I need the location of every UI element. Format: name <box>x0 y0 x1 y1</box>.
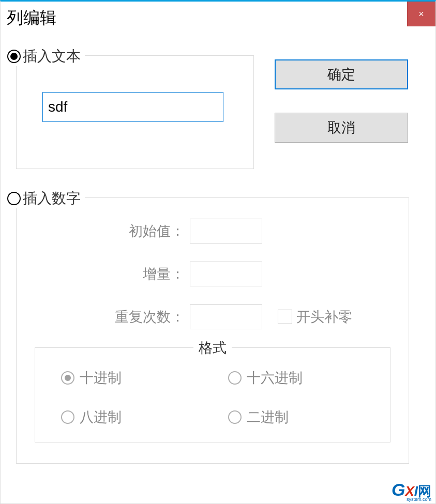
title-bar: 列编辑 × <box>1 2 435 35</box>
close-button[interactable]: × <box>407 2 435 26</box>
insert-text-group: 插入文本 <box>16 55 254 169</box>
pad-zero-label: 开头补零 <box>296 308 352 326</box>
format-hex-radio[interactable] <box>228 371 242 385</box>
format-legend: 格式 <box>193 339 232 357</box>
format-group: 格式 十进制 十六进制 八进制 二进制 <box>35 347 390 442</box>
ok-button[interactable]: 确定 <box>275 59 408 89</box>
insert-text-legend[interactable]: 插入文本 <box>7 47 85 66</box>
top-row: 插入文本 确定 取消 <box>16 55 420 169</box>
format-oct-label: 八进制 <box>80 408 122 426</box>
format-bin-label: 二进制 <box>247 408 289 426</box>
pad-zero-checkbox[interactable] <box>278 310 292 324</box>
format-bin-option[interactable]: 二进制 <box>228 408 364 426</box>
watermark-g: G <box>392 480 405 499</box>
dialog-title: 列编辑 <box>1 2 63 35</box>
initial-label: 初始值： <box>35 222 190 240</box>
format-dec-radio[interactable] <box>61 371 74 385</box>
insert-number-radio[interactable] <box>7 192 21 205</box>
watermark: GXI网 system.com <box>392 481 431 502</box>
format-dec-label: 十进制 <box>80 369 122 387</box>
repeat-input[interactable] <box>190 304 262 329</box>
action-buttons: 确定 取消 <box>275 59 408 169</box>
format-bin-radio[interactable] <box>228 410 242 424</box>
initial-row: 初始值： <box>35 219 390 243</box>
insert-number-group: 插入数字 初始值： 增量： 重复次数： 开头补零 格式 十进制 <box>16 197 409 464</box>
insert-text-radio[interactable] <box>7 50 21 63</box>
format-dec-option[interactable]: 十进制 <box>61 369 197 387</box>
format-hex-option[interactable]: 十六进制 <box>228 369 364 387</box>
increment-input[interactable] <box>190 262 262 286</box>
close-icon: × <box>418 9 424 20</box>
format-oct-radio[interactable] <box>61 410 74 424</box>
format-grid: 十进制 十六进制 八进制 二进制 <box>61 369 364 426</box>
pad-zero-wrap[interactable]: 开头补零 <box>278 308 352 326</box>
dialog-content: 插入文本 确定 取消 插入数字 初始值： 增量： 重复次数： 开头补零 <box>1 55 435 464</box>
increment-row: 增量： <box>35 262 390 286</box>
increment-label: 增量： <box>35 265 190 283</box>
insert-text-label: 插入文本 <box>23 47 81 66</box>
format-oct-option[interactable]: 八进制 <box>61 408 197 426</box>
repeat-label: 重复次数： <box>35 308 190 326</box>
cancel-button[interactable]: 取消 <box>275 113 408 143</box>
repeat-row: 重复次数： 开头补零 <box>35 304 390 329</box>
initial-input[interactable] <box>190 219 262 243</box>
insert-text-input[interactable] <box>42 92 223 122</box>
format-hex-label: 十六进制 <box>247 369 303 387</box>
insert-number-label: 插入数字 <box>23 189 81 208</box>
insert-number-legend[interactable]: 插入数字 <box>7 189 85 208</box>
